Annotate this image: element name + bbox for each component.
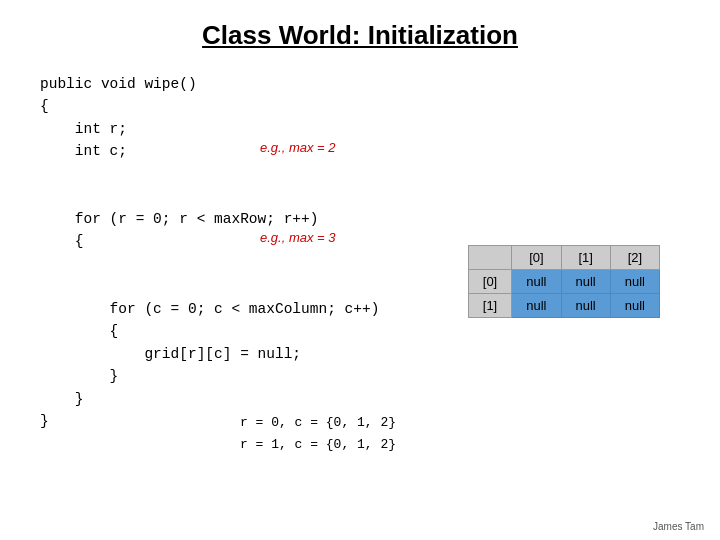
code-line-8: {	[40, 320, 680, 342]
annotation-max2: e.g., max = 2	[260, 138, 336, 158]
slide: Class World: Initialization public void …	[0, 0, 720, 540]
grid-table: [0] [1] [2] [0] null null null [1] null …	[468, 245, 660, 318]
code-line-5: for (r = 0; r < maxRow; r++)	[40, 208, 680, 230]
code-line-9: grid[r][c] = null;	[40, 343, 680, 365]
grid-cell-1-2: null	[610, 294, 659, 318]
grid-cell-0-2: null	[610, 270, 659, 294]
footer-credit: James Tam	[653, 521, 704, 532]
grid-corner	[468, 246, 511, 270]
code-line-2: {	[40, 95, 680, 117]
annotation-max3: e.g., max = 3	[260, 228, 336, 248]
grid-row-header-0: [0]	[468, 270, 511, 294]
code-line-4: int c; e.g., max = 2	[40, 140, 680, 207]
annotation-r0: r = 0, c = {0, 1, 2}	[240, 413, 396, 433]
code-line-1: public void wipe()	[40, 73, 680, 95]
grid-data-row-0: [0] null null null	[468, 270, 659, 294]
grid-cell-1-1: null	[561, 294, 610, 318]
slide-title: Class World: Initialization	[40, 20, 680, 51]
grid-col-2: [2]	[610, 246, 659, 270]
grid-row-header-1: [1]	[468, 294, 511, 318]
grid-data-row-1: [1] null null null	[468, 294, 659, 318]
grid-cell-1-0: null	[512, 294, 561, 318]
grid-col-1: [1]	[561, 246, 610, 270]
grid-container: [0] [1] [2] [0] null null null [1] null …	[468, 245, 660, 318]
grid-col-0: [0]	[512, 246, 561, 270]
grid-cell-0-0: null	[512, 270, 561, 294]
code-line-11: }	[40, 388, 680, 410]
grid-cell-0-1: null	[561, 270, 610, 294]
grid-header-row: [0] [1] [2]	[468, 246, 659, 270]
annotation-r1: r = 1, c = {0, 1, 2}	[240, 435, 396, 455]
code-line-10: }	[40, 365, 680, 387]
code-line-3: int r;	[40, 118, 680, 140]
